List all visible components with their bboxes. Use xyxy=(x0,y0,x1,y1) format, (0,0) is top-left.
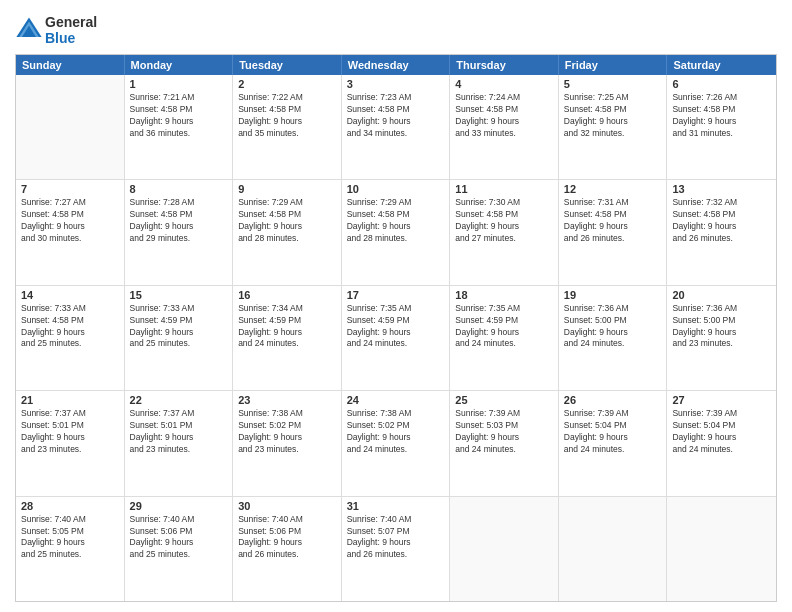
day-info: Sunrise: 7:21 AM Sunset: 4:58 PM Dayligh… xyxy=(130,92,228,140)
day-info: Sunrise: 7:25 AM Sunset: 4:58 PM Dayligh… xyxy=(564,92,662,140)
day-info: Sunrise: 7:38 AM Sunset: 5:02 PM Dayligh… xyxy=(347,408,445,456)
day-info: Sunrise: 7:39 AM Sunset: 5:04 PM Dayligh… xyxy=(672,408,771,456)
week-row-4: 21Sunrise: 7:37 AM Sunset: 5:01 PM Dayli… xyxy=(16,391,776,496)
day-cell: 13Sunrise: 7:32 AM Sunset: 4:58 PM Dayli… xyxy=(667,180,776,284)
day-number: 26 xyxy=(564,394,662,406)
day-number: 5 xyxy=(564,78,662,90)
day-cell: 24Sunrise: 7:38 AM Sunset: 5:02 PM Dayli… xyxy=(342,391,451,495)
day-header-thursday: Thursday xyxy=(450,55,559,75)
week-row-2: 7Sunrise: 7:27 AM Sunset: 4:58 PM Daylig… xyxy=(16,180,776,285)
day-cell: 15Sunrise: 7:33 AM Sunset: 4:59 PM Dayli… xyxy=(125,286,234,390)
day-cell: 8Sunrise: 7:28 AM Sunset: 4:58 PM Daylig… xyxy=(125,180,234,284)
day-cell xyxy=(450,497,559,601)
day-cell xyxy=(667,497,776,601)
day-number: 3 xyxy=(347,78,445,90)
day-info: Sunrise: 7:39 AM Sunset: 5:04 PM Dayligh… xyxy=(564,408,662,456)
day-cell: 12Sunrise: 7:31 AM Sunset: 4:58 PM Dayli… xyxy=(559,180,668,284)
day-info: Sunrise: 7:37 AM Sunset: 5:01 PM Dayligh… xyxy=(21,408,119,456)
day-number: 13 xyxy=(672,183,771,195)
day-cell xyxy=(16,75,125,179)
day-cell: 2Sunrise: 7:22 AM Sunset: 4:58 PM Daylig… xyxy=(233,75,342,179)
week-row-5: 28Sunrise: 7:40 AM Sunset: 5:05 PM Dayli… xyxy=(16,497,776,601)
day-cell: 30Sunrise: 7:40 AM Sunset: 5:06 PM Dayli… xyxy=(233,497,342,601)
day-info: Sunrise: 7:30 AM Sunset: 4:58 PM Dayligh… xyxy=(455,197,553,245)
day-info: Sunrise: 7:28 AM Sunset: 4:58 PM Dayligh… xyxy=(130,197,228,245)
day-number: 22 xyxy=(130,394,228,406)
day-info: Sunrise: 7:35 AM Sunset: 4:59 PM Dayligh… xyxy=(347,303,445,351)
day-cell: 23Sunrise: 7:38 AM Sunset: 5:02 PM Dayli… xyxy=(233,391,342,495)
day-number: 31 xyxy=(347,500,445,512)
day-number: 14 xyxy=(21,289,119,301)
day-cell: 29Sunrise: 7:40 AM Sunset: 5:06 PM Dayli… xyxy=(125,497,234,601)
day-header-tuesday: Tuesday xyxy=(233,55,342,75)
logo-icon xyxy=(15,16,43,44)
day-number: 23 xyxy=(238,394,336,406)
day-cell: 26Sunrise: 7:39 AM Sunset: 5:04 PM Dayli… xyxy=(559,391,668,495)
day-cell: 5Sunrise: 7:25 AM Sunset: 4:58 PM Daylig… xyxy=(559,75,668,179)
day-cell: 3Sunrise: 7:23 AM Sunset: 4:58 PM Daylig… xyxy=(342,75,451,179)
day-info: Sunrise: 7:40 AM Sunset: 5:06 PM Dayligh… xyxy=(238,514,336,562)
day-cell: 11Sunrise: 7:30 AM Sunset: 4:58 PM Dayli… xyxy=(450,180,559,284)
day-info: Sunrise: 7:36 AM Sunset: 5:00 PM Dayligh… xyxy=(564,303,662,351)
page: General Blue SundayMondayTuesdayWednesda… xyxy=(0,0,792,612)
day-header-monday: Monday xyxy=(125,55,234,75)
day-cell: 21Sunrise: 7:37 AM Sunset: 5:01 PM Dayli… xyxy=(16,391,125,495)
day-headers: SundayMondayTuesdayWednesdayThursdayFrid… xyxy=(16,55,776,75)
header: General Blue xyxy=(15,10,777,46)
day-number: 27 xyxy=(672,394,771,406)
day-info: Sunrise: 7:32 AM Sunset: 4:58 PM Dayligh… xyxy=(672,197,771,245)
day-number: 24 xyxy=(347,394,445,406)
day-number: 7 xyxy=(21,183,119,195)
day-number: 28 xyxy=(21,500,119,512)
day-cell: 27Sunrise: 7:39 AM Sunset: 5:04 PM Dayli… xyxy=(667,391,776,495)
day-header-saturday: Saturday xyxy=(667,55,776,75)
calendar-body: 1Sunrise: 7:21 AM Sunset: 4:58 PM Daylig… xyxy=(16,75,776,601)
day-cell: 6Sunrise: 7:26 AM Sunset: 4:58 PM Daylig… xyxy=(667,75,776,179)
day-info: Sunrise: 7:40 AM Sunset: 5:07 PM Dayligh… xyxy=(347,514,445,562)
day-number: 6 xyxy=(672,78,771,90)
day-cell: 19Sunrise: 7:36 AM Sunset: 5:00 PM Dayli… xyxy=(559,286,668,390)
day-cell xyxy=(559,497,668,601)
day-number: 12 xyxy=(564,183,662,195)
day-info: Sunrise: 7:39 AM Sunset: 5:03 PM Dayligh… xyxy=(455,408,553,456)
day-cell: 20Sunrise: 7:36 AM Sunset: 5:00 PM Dayli… xyxy=(667,286,776,390)
day-info: Sunrise: 7:26 AM Sunset: 4:58 PM Dayligh… xyxy=(672,92,771,140)
logo-text: General Blue xyxy=(45,14,97,46)
day-info: Sunrise: 7:34 AM Sunset: 4:59 PM Dayligh… xyxy=(238,303,336,351)
day-cell: 7Sunrise: 7:27 AM Sunset: 4:58 PM Daylig… xyxy=(16,180,125,284)
day-cell: 14Sunrise: 7:33 AM Sunset: 4:58 PM Dayli… xyxy=(16,286,125,390)
day-number: 21 xyxy=(21,394,119,406)
day-info: Sunrise: 7:24 AM Sunset: 4:58 PM Dayligh… xyxy=(455,92,553,140)
day-info: Sunrise: 7:33 AM Sunset: 4:58 PM Dayligh… xyxy=(21,303,119,351)
day-number: 25 xyxy=(455,394,553,406)
day-info: Sunrise: 7:23 AM Sunset: 4:58 PM Dayligh… xyxy=(347,92,445,140)
day-info: Sunrise: 7:33 AM Sunset: 4:59 PM Dayligh… xyxy=(130,303,228,351)
day-info: Sunrise: 7:36 AM Sunset: 5:00 PM Dayligh… xyxy=(672,303,771,351)
day-cell: 25Sunrise: 7:39 AM Sunset: 5:03 PM Dayli… xyxy=(450,391,559,495)
day-number: 15 xyxy=(130,289,228,301)
day-number: 8 xyxy=(130,183,228,195)
day-cell: 18Sunrise: 7:35 AM Sunset: 4:59 PM Dayli… xyxy=(450,286,559,390)
day-info: Sunrise: 7:37 AM Sunset: 5:01 PM Dayligh… xyxy=(130,408,228,456)
day-number: 2 xyxy=(238,78,336,90)
day-header-sunday: Sunday xyxy=(16,55,125,75)
day-header-wednesday: Wednesday xyxy=(342,55,451,75)
day-number: 20 xyxy=(672,289,771,301)
day-number: 9 xyxy=(238,183,336,195)
day-info: Sunrise: 7:31 AM Sunset: 4:58 PM Dayligh… xyxy=(564,197,662,245)
day-cell: 10Sunrise: 7:29 AM Sunset: 4:58 PM Dayli… xyxy=(342,180,451,284)
day-info: Sunrise: 7:29 AM Sunset: 4:58 PM Dayligh… xyxy=(347,197,445,245)
day-number: 19 xyxy=(564,289,662,301)
day-number: 4 xyxy=(455,78,553,90)
day-cell: 17Sunrise: 7:35 AM Sunset: 4:59 PM Dayli… xyxy=(342,286,451,390)
day-cell: 1Sunrise: 7:21 AM Sunset: 4:58 PM Daylig… xyxy=(125,75,234,179)
day-header-friday: Friday xyxy=(559,55,668,75)
day-info: Sunrise: 7:40 AM Sunset: 5:06 PM Dayligh… xyxy=(130,514,228,562)
day-info: Sunrise: 7:29 AM Sunset: 4:58 PM Dayligh… xyxy=(238,197,336,245)
day-cell: 4Sunrise: 7:24 AM Sunset: 4:58 PM Daylig… xyxy=(450,75,559,179)
day-number: 18 xyxy=(455,289,553,301)
day-number: 29 xyxy=(130,500,228,512)
day-info: Sunrise: 7:38 AM Sunset: 5:02 PM Dayligh… xyxy=(238,408,336,456)
day-info: Sunrise: 7:22 AM Sunset: 4:58 PM Dayligh… xyxy=(238,92,336,140)
day-number: 30 xyxy=(238,500,336,512)
